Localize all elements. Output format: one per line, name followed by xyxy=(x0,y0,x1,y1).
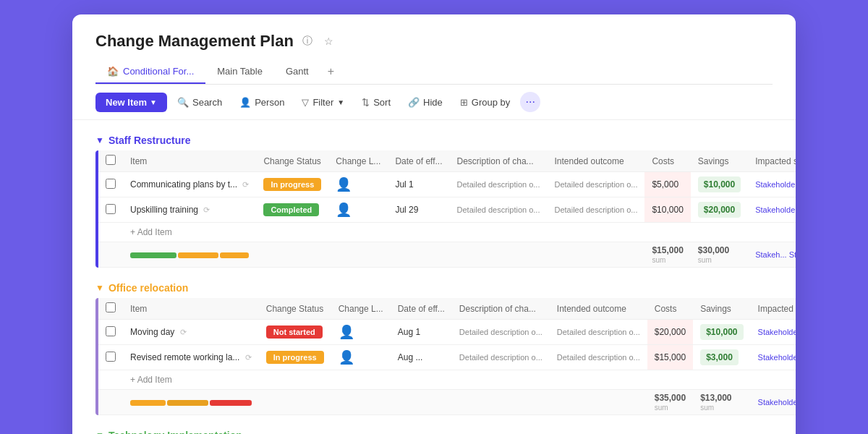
staff-sum-savings: $30,000 sum xyxy=(691,242,748,268)
row-cost: $5,000 xyxy=(644,172,690,197)
col-date: Date of eff... xyxy=(391,298,452,320)
new-item-button[interactable]: New Item ▼ xyxy=(95,93,167,112)
row-status[interactable]: In progress xyxy=(256,172,328,197)
person-icon: 👤 xyxy=(239,97,251,108)
office-table-wrap: Item Change Status Change L... Date of e… xyxy=(95,298,773,415)
star-button[interactable]: ☆ xyxy=(321,34,336,48)
row-status[interactable]: Completed xyxy=(256,197,328,223)
office-row-1: Moving day ⟳ Not started 👤 Aug 1 Detaile… xyxy=(98,320,796,345)
office-table: Item Change Status Change L... Date of e… xyxy=(98,298,796,415)
office-add-item-row[interactable]: + Add Item xyxy=(98,370,796,390)
person-avatar-icon: 👤 xyxy=(339,325,354,339)
collapse-icon[interactable]: ▼ xyxy=(95,135,104,145)
update-icon: ⟳ xyxy=(203,205,210,214)
col-checkbox xyxy=(98,150,123,172)
group-icon: ⊞ xyxy=(460,97,468,108)
page-header: Change Management Plan ⓘ ☆ 🏠 Conditional… xyxy=(72,14,796,85)
row-desc: Detailed description o... xyxy=(450,197,548,223)
group-office-relocation: ▼ Office relocation Item Change Status C… xyxy=(95,282,773,415)
row-date: Aug ... xyxy=(391,345,452,370)
update-icon: ⟳ xyxy=(180,328,187,336)
row-checkbox xyxy=(98,345,123,370)
chevron-down-icon: ▼ xyxy=(337,98,344,106)
row-date: Jul 1 xyxy=(388,172,449,197)
staff-sum-stakeholders: Stakeh... Stakeh... xyxy=(748,242,796,268)
group-by-button[interactable]: ⊞ Group by xyxy=(453,93,517,111)
staff-table-wrap: Item Change Status Change L... Date of e… xyxy=(95,150,773,268)
filter-button[interactable]: ▽ Filter ▼ xyxy=(294,93,352,111)
row-date: Aug 1 xyxy=(391,320,452,345)
home-icon: 🏠 xyxy=(107,66,119,77)
sort-button[interactable]: ⇅ Sort xyxy=(354,93,398,111)
row-savings: $3,000 xyxy=(693,345,750,370)
row-cost: $20,000 xyxy=(647,320,693,345)
row-item-name: Communicating plans by t... ⟳ xyxy=(123,172,256,197)
info-button[interactable]: ⓘ xyxy=(299,33,315,49)
row-desc: Detailed description o... xyxy=(452,320,550,345)
staff-table: Item Change Status Change L... Date of e… xyxy=(98,150,796,268)
chevron-down-icon: ▼ xyxy=(150,98,157,106)
row-change-l: 👤 xyxy=(331,345,391,370)
row-outcome: Detailed description o... xyxy=(547,197,644,223)
update-icon: ⟳ xyxy=(245,353,252,362)
col-outcome: Intended outcome xyxy=(550,298,647,320)
row-change-l: 👤 xyxy=(331,320,391,345)
select-all-checkbox[interactable] xyxy=(106,155,116,165)
office-row-2: Revised remote working la... ⟳ In progre… xyxy=(98,345,796,370)
staff-row-1: Communicating plans by t... ⟳ In progres… xyxy=(98,172,796,197)
hide-button[interactable]: 🔗 Hide xyxy=(401,93,450,111)
col-item: Item xyxy=(123,150,256,172)
collapse-icon[interactable]: ▼ xyxy=(95,283,104,293)
col-costs: Costs xyxy=(644,150,690,172)
add-item-label[interactable]: + Add Item xyxy=(123,370,796,390)
office-sum-cost: $35,000 sum xyxy=(647,390,693,415)
row-savings: $20,000 xyxy=(691,197,748,223)
update-icon: ⟳ xyxy=(242,180,249,189)
group-header-office: ▼ Office relocation xyxy=(95,282,773,294)
row-checkbox xyxy=(98,172,123,197)
tab-conditional[interactable]: 🏠 Conditional For... xyxy=(95,60,205,84)
collapse-icon[interactable]: ▼ xyxy=(95,430,104,434)
sort-icon: ⇅ xyxy=(362,97,370,108)
staff-progress-bar xyxy=(123,242,256,268)
col-stakeholders: Impacted stakeholders xyxy=(748,150,796,172)
row-stakeholder[interactable]: Stakeholder 1 xyxy=(751,345,796,370)
row-stakeholder[interactable]: Stakeholder 2 xyxy=(748,172,796,197)
row-status[interactable]: Not started xyxy=(259,320,331,345)
person-avatar-icon: 👤 xyxy=(336,177,352,192)
col-date: Date of eff... xyxy=(388,150,449,172)
row-stakeholder[interactable]: Stakeholder 1 xyxy=(748,197,796,223)
row-outcome: Detailed description o... xyxy=(550,345,647,370)
col-costs: Costs xyxy=(647,298,693,320)
content-area: ▼ Staff Restructure Item Change Status C… xyxy=(72,120,796,434)
row-status[interactable]: In progress xyxy=(259,345,331,370)
row-change-l: 👤 xyxy=(328,197,388,223)
tab-main-table[interactable]: Main Table xyxy=(205,60,274,84)
row-cost: $15,000 xyxy=(647,345,693,370)
staff-add-item-row[interactable]: + Add Item xyxy=(98,223,796,242)
row-outcome: Detailed description o... xyxy=(550,320,647,345)
person-button[interactable]: 👤 Person xyxy=(232,93,292,111)
add-tab-button[interactable]: + xyxy=(320,59,341,84)
add-item-label[interactable]: + Add Item xyxy=(123,223,796,242)
col-change-status: Change Status xyxy=(259,298,331,320)
toolbar: New Item ▼ 🔍 Search 👤 Person ▽ Filter ▼ … xyxy=(72,85,796,120)
staff-sum-cost: $15,000 sum xyxy=(644,242,690,268)
row-checkbox xyxy=(98,197,123,223)
col-desc: Description of cha... xyxy=(450,150,548,172)
search-icon: 🔍 xyxy=(177,97,189,108)
row-date: Jul 29 xyxy=(388,197,449,223)
tab-gantt[interactable]: Gantt xyxy=(274,60,320,84)
row-outcome: Detailed description o... xyxy=(547,172,644,197)
col-item: Item xyxy=(123,298,259,320)
app-window: Change Management Plan ⓘ ☆ 🏠 Conditional… xyxy=(72,14,796,434)
select-all-checkbox[interactable] xyxy=(106,302,116,312)
col-savings: Savings xyxy=(691,150,748,172)
search-button[interactable]: 🔍 Search xyxy=(170,93,229,111)
person-avatar-icon: 👤 xyxy=(336,203,352,217)
more-options-button[interactable]: ··· xyxy=(520,92,540,112)
row-stakeholder[interactable]: Stakeholder 1 xyxy=(751,320,796,345)
col-savings: Savings xyxy=(693,298,750,320)
row-checkbox xyxy=(98,320,123,345)
group-staff-restructure: ▼ Staff Restructure Item Change Status C… xyxy=(95,135,773,268)
